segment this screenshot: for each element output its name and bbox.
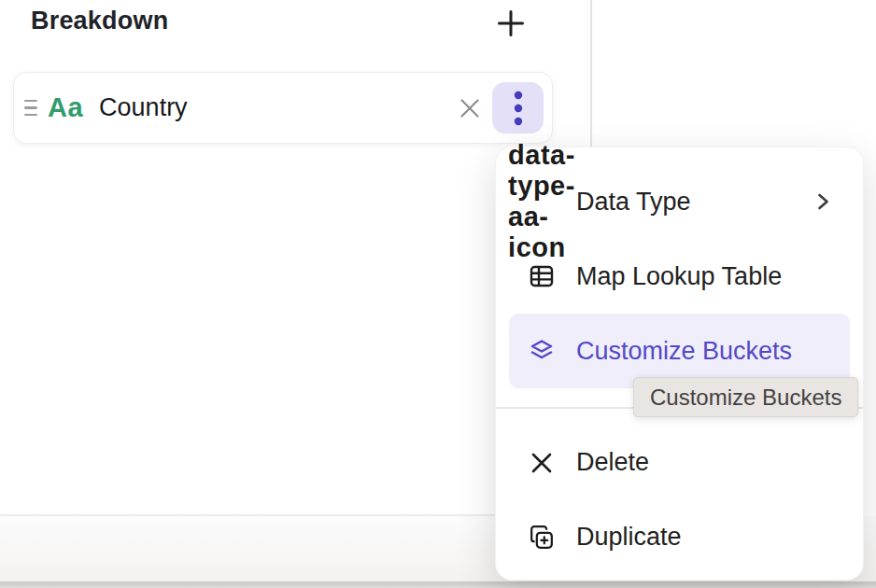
add-breakdown-button[interactable]	[492, 5, 530, 42]
duplicate-icon	[527, 521, 557, 554]
layers-icon	[527, 334, 557, 368]
breakdown-panel-screen: Breakdown Aa Country	[0, 0, 876, 588]
close-icon	[457, 95, 483, 121]
page-title: Breakdown	[31, 7, 168, 35]
menu-item-label: Customize Buckets	[576, 337, 792, 366]
text-type-icon: Aa	[48, 92, 83, 123]
drag-handle-icon[interactable]	[20, 100, 42, 117]
menu-item-label: Map Lookup Table	[576, 262, 782, 291]
menu-item-duplicate[interactable]: Duplicate	[509, 500, 850, 575]
plus-icon	[496, 8, 526, 38]
window-bottom-edge	[0, 581, 876, 588]
table-icon	[527, 259, 557, 293]
field-name-label: Country	[99, 93, 188, 122]
tooltip: Customize Buckets	[633, 377, 858, 417]
vertical-dots-icon	[514, 90, 523, 127]
remove-field-button[interactable]	[449, 88, 490, 129]
field-options-menu: data-type-aa-icon Data Type Map Lookup T…	[495, 147, 864, 581]
menu-item-data-type[interactable]: data-type-aa-icon Data Type	[509, 164, 850, 239]
field-menu-button[interactable]	[492, 82, 544, 133]
x-icon	[527, 446, 557, 480]
data-type-aa-icon: data-type-aa-icon	[527, 185, 557, 218]
breakdown-field-card: Aa Country	[13, 72, 553, 144]
menu-item-delete[interactable]: Delete	[509, 426, 850, 500]
menu-item-label: Delete	[576, 448, 649, 477]
tooltip-text: Customize Buckets	[650, 385, 841, 410]
chevron-right-icon	[814, 188, 831, 216]
menu-item-label: Duplicate	[576, 523, 682, 552]
menu-item-label: Data Type	[576, 188, 691, 217]
